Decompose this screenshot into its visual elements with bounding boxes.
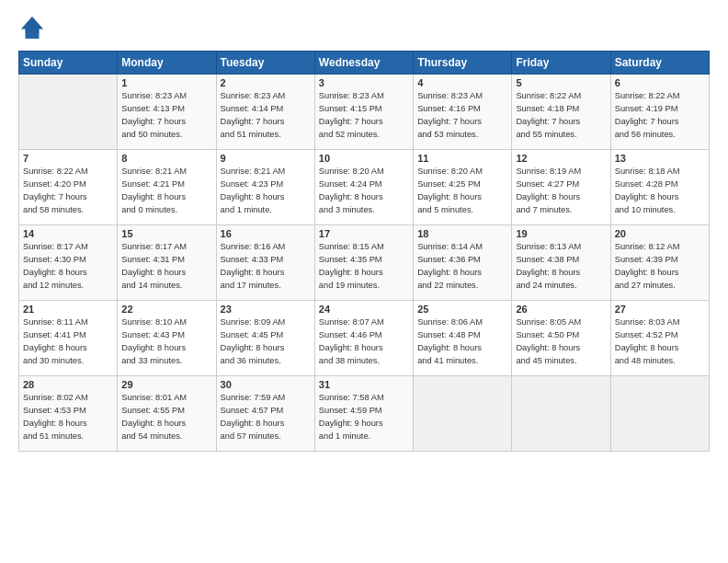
day-info: Sunrise: 8:14 AMSunset: 4:36 PMDaylight:… bbox=[417, 241, 507, 293]
day-info: Sunrise: 7:59 AMSunset: 4:57 PMDaylight:… bbox=[221, 392, 311, 443]
day-number: 21 bbox=[23, 304, 113, 315]
day-number: 17 bbox=[319, 228, 409, 239]
calendar-header: SundayMondayTuesdayWednesdayThursdayFrid… bbox=[19, 52, 710, 75]
day-number: 15 bbox=[121, 228, 211, 239]
calendar-cell: 15Sunrise: 8:17 AMSunset: 4:31 PMDayligh… bbox=[118, 225, 216, 301]
day-info: Sunrise: 8:22 AMSunset: 4:18 PMDaylight:… bbox=[516, 90, 606, 142]
day-number: 2 bbox=[221, 77, 311, 88]
calendar-cell bbox=[414, 376, 512, 452]
calendar-cell: 12Sunrise: 8:19 AMSunset: 4:27 PMDayligh… bbox=[512, 150, 610, 225]
calendar-cell: 4Sunrise: 8:23 AMSunset: 4:16 PMDaylight… bbox=[414, 75, 512, 150]
calendar-cell: 10Sunrise: 8:20 AMSunset: 4:24 PMDayligh… bbox=[314, 150, 413, 225]
day-info: Sunrise: 8:13 AMSunset: 4:38 PMDaylight:… bbox=[516, 241, 606, 293]
header-cell-tuesday: Tuesday bbox=[216, 52, 314, 75]
day-info: Sunrise: 8:23 AMSunset: 4:15 PMDaylight:… bbox=[319, 90, 409, 142]
day-info: Sunrise: 8:01 AMSunset: 4:55 PMDaylight:… bbox=[121, 392, 211, 443]
day-info: Sunrise: 8:12 AMSunset: 4:39 PMDaylight:… bbox=[615, 241, 705, 293]
calendar-cell: 7Sunrise: 8:22 AMSunset: 4:20 PMDaylight… bbox=[19, 150, 118, 225]
day-info: Sunrise: 8:06 AMSunset: 4:48 PMDaylight:… bbox=[417, 316, 507, 368]
day-number: 19 bbox=[516, 228, 606, 239]
day-info: Sunrise: 8:18 AMSunset: 4:28 PMDaylight:… bbox=[615, 166, 705, 217]
calendar-cell: 6Sunrise: 8:22 AMSunset: 4:19 PMDaylight… bbox=[610, 75, 709, 150]
calendar-cell: 13Sunrise: 8:18 AMSunset: 4:28 PMDayligh… bbox=[610, 150, 709, 225]
calendar-body: 1Sunrise: 8:23 AMSunset: 4:13 PMDaylight… bbox=[19, 75, 710, 452]
calendar-cell: 24Sunrise: 8:07 AMSunset: 4:46 PMDayligh… bbox=[314, 301, 413, 376]
day-number: 9 bbox=[221, 153, 311, 164]
calendar-cell: 17Sunrise: 8:15 AMSunset: 4:35 PMDayligh… bbox=[314, 225, 413, 301]
header bbox=[18, 14, 710, 41]
day-info: Sunrise: 8:16 AMSunset: 4:33 PMDaylight:… bbox=[221, 241, 311, 293]
calendar-cell: 23Sunrise: 8:09 AMSunset: 4:45 PMDayligh… bbox=[216, 301, 314, 376]
calendar-cell: 8Sunrise: 8:21 AMSunset: 4:21 PMDaylight… bbox=[118, 150, 216, 225]
calendar-cell: 31Sunrise: 7:58 AMSunset: 4:59 PMDayligh… bbox=[314, 376, 413, 452]
day-info: Sunrise: 8:21 AMSunset: 4:21 PMDaylight:… bbox=[121, 166, 211, 217]
calendar-cell: 18Sunrise: 8:14 AMSunset: 4:36 PMDayligh… bbox=[414, 225, 512, 301]
day-info: Sunrise: 8:23 AMSunset: 4:14 PMDaylight:… bbox=[221, 90, 311, 142]
day-info: Sunrise: 8:05 AMSunset: 4:50 PMDaylight:… bbox=[516, 316, 606, 368]
day-number: 22 bbox=[121, 304, 211, 315]
calendar-cell: 20Sunrise: 8:12 AMSunset: 4:39 PMDayligh… bbox=[610, 225, 709, 301]
header-row: SundayMondayTuesdayWednesdayThursdayFrid… bbox=[19, 52, 710, 75]
day-number: 3 bbox=[319, 77, 409, 88]
day-number: 18 bbox=[417, 228, 507, 239]
day-info: Sunrise: 8:02 AMSunset: 4:53 PMDaylight:… bbox=[23, 392, 113, 443]
day-info: Sunrise: 8:10 AMSunset: 4:43 PMDaylight:… bbox=[121, 316, 211, 368]
calendar-cell: 11Sunrise: 8:20 AMSunset: 4:25 PMDayligh… bbox=[414, 150, 512, 225]
calendar-cell: 3Sunrise: 8:23 AMSunset: 4:15 PMDaylight… bbox=[314, 75, 413, 150]
calendar-cell: 9Sunrise: 8:21 AMSunset: 4:23 PMDaylight… bbox=[216, 150, 314, 225]
calendar-cell: 29Sunrise: 8:01 AMSunset: 4:55 PMDayligh… bbox=[118, 376, 216, 452]
day-info: Sunrise: 8:22 AMSunset: 4:19 PMDaylight:… bbox=[615, 90, 705, 142]
day-number: 27 bbox=[615, 304, 705, 315]
svg-marker-1 bbox=[21, 17, 43, 33]
day-info: Sunrise: 8:23 AMSunset: 4:13 PMDaylight:… bbox=[121, 90, 211, 142]
day-number: 6 bbox=[615, 77, 705, 88]
page: SundayMondayTuesdayWednesdayThursdayFrid… bbox=[0, 0, 728, 563]
week-row-2: 14Sunrise: 8:17 AMSunset: 4:30 PMDayligh… bbox=[19, 225, 710, 301]
week-row-1: 7Sunrise: 8:22 AMSunset: 4:20 PMDaylight… bbox=[19, 150, 710, 225]
day-number: 8 bbox=[121, 153, 211, 164]
calendar-cell: 19Sunrise: 8:13 AMSunset: 4:38 PMDayligh… bbox=[512, 225, 610, 301]
week-row-3: 21Sunrise: 8:11 AMSunset: 4:41 PMDayligh… bbox=[19, 301, 710, 376]
calendar-cell: 28Sunrise: 8:02 AMSunset: 4:53 PMDayligh… bbox=[19, 376, 118, 452]
day-info: Sunrise: 8:07 AMSunset: 4:46 PMDaylight:… bbox=[319, 316, 409, 368]
day-info: Sunrise: 8:15 AMSunset: 4:35 PMDaylight:… bbox=[319, 241, 409, 293]
day-number: 1 bbox=[121, 77, 211, 88]
header-cell-wednesday: Wednesday bbox=[314, 52, 413, 75]
day-info: Sunrise: 8:11 AMSunset: 4:41 PMDaylight:… bbox=[23, 316, 113, 368]
calendar-cell bbox=[512, 376, 610, 452]
calendar-cell: 16Sunrise: 8:16 AMSunset: 4:33 PMDayligh… bbox=[216, 225, 314, 301]
day-info: Sunrise: 8:20 AMSunset: 4:25 PMDaylight:… bbox=[417, 166, 507, 217]
day-info: Sunrise: 8:03 AMSunset: 4:52 PMDaylight:… bbox=[615, 316, 705, 368]
day-info: Sunrise: 7:58 AMSunset: 4:59 PMDaylight:… bbox=[319, 392, 409, 443]
logo bbox=[18, 14, 50, 41]
day-number: 14 bbox=[23, 228, 113, 239]
header-cell-thursday: Thursday bbox=[414, 52, 512, 75]
week-row-0: 1Sunrise: 8:23 AMSunset: 4:13 PMDaylight… bbox=[19, 75, 710, 150]
day-info: Sunrise: 8:21 AMSunset: 4:23 PMDaylight:… bbox=[221, 166, 311, 217]
day-info: Sunrise: 8:17 AMSunset: 4:30 PMDaylight:… bbox=[23, 241, 113, 293]
day-number: 31 bbox=[319, 379, 409, 390]
header-cell-monday: Monday bbox=[118, 52, 216, 75]
day-number: 24 bbox=[319, 304, 409, 315]
day-number: 30 bbox=[221, 379, 311, 390]
day-number: 16 bbox=[221, 228, 311, 239]
calendar-cell: 14Sunrise: 8:17 AMSunset: 4:30 PMDayligh… bbox=[19, 225, 118, 301]
day-number: 11 bbox=[417, 153, 507, 164]
header-cell-friday: Friday bbox=[512, 52, 610, 75]
day-number: 20 bbox=[615, 228, 705, 239]
calendar-cell: 1Sunrise: 8:23 AMSunset: 4:13 PMDaylight… bbox=[118, 75, 216, 150]
day-number: 12 bbox=[516, 153, 606, 164]
header-cell-saturday: Saturday bbox=[610, 52, 709, 75]
day-number: 28 bbox=[23, 379, 113, 390]
day-info: Sunrise: 8:17 AMSunset: 4:31 PMDaylight:… bbox=[121, 241, 211, 293]
day-number: 4 bbox=[417, 77, 507, 88]
day-info: Sunrise: 8:19 AMSunset: 4:27 PMDaylight:… bbox=[516, 166, 606, 217]
calendar-cell: 5Sunrise: 8:22 AMSunset: 4:18 PMDaylight… bbox=[512, 75, 610, 150]
calendar-cell: 25Sunrise: 8:06 AMSunset: 4:48 PMDayligh… bbox=[414, 301, 512, 376]
day-info: Sunrise: 8:20 AMSunset: 4:24 PMDaylight:… bbox=[319, 166, 409, 217]
calendar-cell: 2Sunrise: 8:23 AMSunset: 4:14 PMDaylight… bbox=[216, 75, 314, 150]
week-row-4: 28Sunrise: 8:02 AMSunset: 4:53 PMDayligh… bbox=[19, 376, 710, 452]
calendar-cell: 26Sunrise: 8:05 AMSunset: 4:50 PMDayligh… bbox=[512, 301, 610, 376]
calendar-cell: 27Sunrise: 8:03 AMSunset: 4:52 PMDayligh… bbox=[610, 301, 709, 376]
day-info: Sunrise: 8:22 AMSunset: 4:20 PMDaylight:… bbox=[23, 166, 113, 217]
